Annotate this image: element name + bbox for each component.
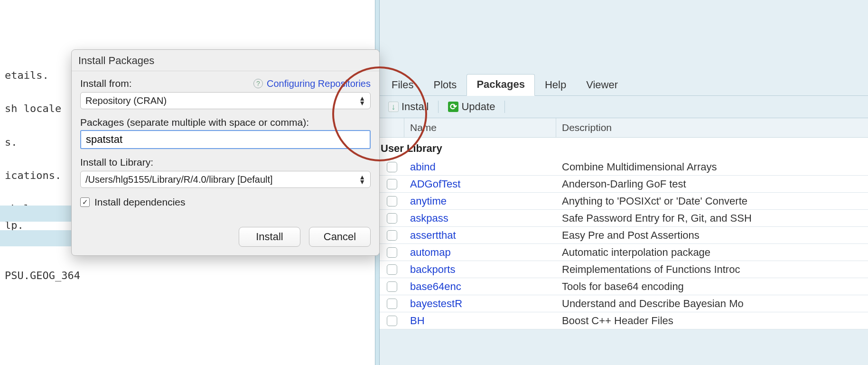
column-header-checkbox xyxy=(380,118,404,137)
package-description: Automatic interpolation package xyxy=(556,246,868,259)
install-packages-dialog: Install Packages Install from: ? Configu… xyxy=(71,49,380,256)
cancel-button-label: Cancel xyxy=(324,231,356,243)
install-dependencies-label: Install dependencies xyxy=(94,197,185,208)
help-icon: ? xyxy=(253,79,263,88)
tab-plots[interactable]: Plots xyxy=(423,75,467,96)
package-checkbox[interactable] xyxy=(387,316,397,326)
tab-packages[interactable]: Packages xyxy=(467,74,535,96)
package-name-link[interactable]: BH xyxy=(404,315,556,327)
install-to-value: /Users/hlg5155/Library/R/4.0/library [De… xyxy=(85,174,273,185)
install-from-value: Repository (CRAN) xyxy=(85,95,167,106)
tab-files[interactable]: Files xyxy=(382,75,423,96)
package-row: bayestestRUnderstand and Describe Bayesi… xyxy=(380,295,868,312)
toolbar-divider xyxy=(504,101,505,113)
package-description: Tools for base64 encoding xyxy=(556,281,868,293)
cancel-button[interactable]: Cancel xyxy=(309,227,371,247)
package-checkbox[interactable] xyxy=(387,196,397,206)
package-row: assertthatEasy Pre and Post Assertions xyxy=(380,227,868,244)
package-name-link[interactable]: ADGofTest xyxy=(404,178,556,190)
package-name-link[interactable]: abind xyxy=(404,161,556,173)
right-pane: FilesPlotsPackagesHelpViewer ↓ Install ⟳… xyxy=(380,0,868,365)
toolbar-divider xyxy=(438,101,439,113)
package-row: BHBoost C++ Header Files xyxy=(380,312,868,329)
package-checkbox[interactable] xyxy=(387,299,397,309)
install-confirm-label: Install xyxy=(256,231,283,243)
install-from-select[interactable]: Repository (CRAN) ▲▼ xyxy=(80,92,371,109)
install-from-label: Install from: xyxy=(80,78,132,89)
package-description: Combine Multidimensional Arrays xyxy=(556,161,868,173)
package-checkbox[interactable] xyxy=(387,281,397,292)
tab-viewer[interactable]: Viewer xyxy=(576,75,628,96)
packages-input[interactable] xyxy=(80,130,371,149)
update-icon: ⟳ xyxy=(448,102,458,112)
package-row: anytimeAnything to 'POSIXct' or 'Date' C… xyxy=(380,193,868,210)
package-name-link[interactable]: bayestestR xyxy=(404,298,556,310)
package-name-link[interactable]: base64enc xyxy=(404,281,556,293)
package-row: backportsReimplementations of Functions … xyxy=(380,261,868,278)
package-description: Anderson-Darling GoF test xyxy=(556,178,868,190)
tabset: FilesPlotsPackagesHelpViewer xyxy=(380,0,868,96)
update-button-label: Update xyxy=(461,101,495,113)
package-description: Anything to 'POSIXct' or 'Date' Converte xyxy=(556,195,868,207)
package-name-link[interactable]: automap xyxy=(404,246,556,259)
section-title-user-library: User Library xyxy=(380,138,868,159)
select-caret-icon: ▲▼ xyxy=(359,175,365,184)
package-description: Safe Password Entry for R, Git, and SSH xyxy=(556,212,868,225)
package-checkbox[interactable] xyxy=(387,230,397,241)
install-to-select[interactable]: /Users/hlg5155/Library/R/4.0/library [De… xyxy=(80,171,371,188)
configuring-repositories-text: Configuring Repositories xyxy=(267,78,371,89)
install-to-label: Install to Library: xyxy=(80,157,371,168)
package-checkbox[interactable] xyxy=(387,213,397,224)
package-checkbox[interactable] xyxy=(387,264,397,275)
package-checkbox[interactable] xyxy=(387,179,397,189)
dialog-title: Install Packages xyxy=(78,55,154,67)
package-name-link[interactable]: backports xyxy=(404,263,556,276)
package-list: User Library abindCombine Multidimension… xyxy=(380,138,868,329)
select-caret-icon: ▲▼ xyxy=(359,96,365,105)
install-button-label: Install xyxy=(401,101,429,113)
package-row: ADGofTestAnderson-Darling GoF test xyxy=(380,176,868,193)
package-checkbox[interactable] xyxy=(387,162,397,172)
package-row: automapAutomatic interpolation package xyxy=(380,244,868,261)
package-description: Easy Pre and Post Assertions xyxy=(556,229,868,242)
package-description: Understand and Describe Bayesian Mo xyxy=(556,298,868,310)
column-header-description: Description xyxy=(556,118,868,137)
column-header-row: Name Description xyxy=(380,118,868,138)
package-row: askpassSafe Password Entry for R, Git, a… xyxy=(380,210,868,227)
install-button[interactable]: ↓ Install xyxy=(383,99,433,115)
install-confirm-button[interactable]: Install xyxy=(239,227,300,247)
packages-toolbar: ↓ Install ⟳ Update xyxy=(380,96,868,118)
package-description: Reimplementations of Functions Introc xyxy=(556,263,868,276)
package-row: base64encTools for base64 encoding xyxy=(380,278,868,295)
package-checkbox[interactable] xyxy=(387,247,397,258)
install-icon: ↓ xyxy=(388,102,399,112)
package-name-link[interactable]: anytime xyxy=(404,195,556,207)
column-header-name: Name xyxy=(404,118,556,137)
tab-help[interactable]: Help xyxy=(535,75,576,96)
packages-label: Packages (separate multiple with space o… xyxy=(80,117,371,128)
install-dependencies-checkbox[interactable]: ✓ xyxy=(80,197,90,207)
update-button[interactable]: ⟳ Update xyxy=(443,99,500,115)
configuring-repositories-link[interactable]: ? Configuring Repositories xyxy=(253,78,371,89)
package-description: Boost C++ Header Files xyxy=(556,315,868,327)
package-name-link[interactable]: askpass xyxy=(404,212,556,225)
package-name-link[interactable]: assertthat xyxy=(404,229,556,242)
package-row: abindCombine Multidimensional Arrays xyxy=(380,159,868,176)
dialog-titlebar[interactable]: Install Packages xyxy=(72,50,379,71)
